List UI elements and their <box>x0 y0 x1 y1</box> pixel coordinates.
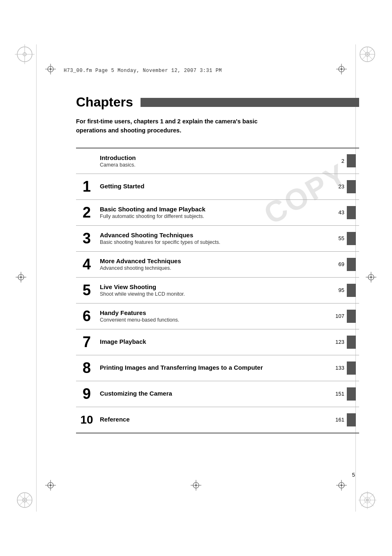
crosshair-bottom-right <box>336 480 347 492</box>
toc-row-3: 3 Advanced Shooting Techniques Basic sho… <box>76 226 359 252</box>
toc-page-5: 95 <box>330 278 359 303</box>
toc-colorblock-intro <box>347 154 356 167</box>
toc-colorblock-1 <box>347 180 356 193</box>
toc-page-4: 69 <box>330 252 359 277</box>
toc-page-8: 133 <box>330 355 359 381</box>
toc-num-2: 2 <box>76 200 97 225</box>
chapter-heading: Chapters <box>76 95 359 110</box>
toc-desc-6: Convenient menu-based functions. <box>100 317 325 323</box>
toc-row-5: 5 Live View Shooting Shoot while viewing… <box>76 278 359 303</box>
toc-content-intro: Introduction Camera basics. <box>97 148 330 174</box>
toc-content-3: Advanced Shooting Techniques Basic shoot… <box>97 226 330 251</box>
toc-page-intro: 2 <box>330 148 359 174</box>
crosshair-mid-right <box>366 272 376 284</box>
page: H73_00.fm Page 5 Monday, November 12, 20… <box>0 0 392 556</box>
toc-content-9: Customizing the Camera <box>97 381 330 407</box>
toc-row-intro: Introduction Camera basics. 2 <box>76 148 359 174</box>
reg-mark-br <box>357 490 377 512</box>
toc-page-6: 107 <box>330 303 359 329</box>
toc-num-1: 1 <box>76 174 97 199</box>
reg-mark-bl <box>15 490 35 512</box>
toc-page-3: 55 <box>330 226 359 251</box>
toc-title-5: Live View Shooting <box>100 283 325 290</box>
toc-title-10: Reference <box>100 416 325 423</box>
toc-pagenum-9: 151 <box>333 391 344 397</box>
toc-pagenum-8: 133 <box>333 365 344 371</box>
toc-colorblock-8 <box>347 361 356 375</box>
toc-desc-2: Fully automatic shooting for different s… <box>100 213 325 219</box>
crosshair-mid-left <box>16 272 26 284</box>
toc-pagenum-10: 161 <box>333 417 344 423</box>
toc-content-5: Live View Shooting Shoot while viewing t… <box>97 278 330 303</box>
toc-colorblock-4 <box>347 258 356 271</box>
toc-desc-4: Advanced shooting techniques. <box>100 265 325 271</box>
toc-page-10: 161 <box>330 407 359 433</box>
toc-num-5: 5 <box>76 278 97 303</box>
table-of-contents: Introduction Camera basics. 2 1 Getting … <box>76 148 359 433</box>
heading-bar <box>141 98 359 107</box>
toc-row-10: 10 Reference 161 <box>76 407 359 433</box>
toc-row-1: 1 Getting Started 23 <box>76 174 359 200</box>
toc-row-4: 4 More Advanced Techniques Advanced shoo… <box>76 252 359 278</box>
toc-num-3: 3 <box>76 226 97 251</box>
toc-desc-intro: Camera basics. <box>100 162 325 168</box>
toc-colorblock-6 <box>347 310 356 323</box>
toc-page-9: 151 <box>330 381 359 407</box>
toc-num-6: 6 <box>76 303 97 329</box>
subtitle: For first-time users, chapters 1 and 2 e… <box>76 117 359 135</box>
crosshair-top-right <box>336 64 347 76</box>
toc-content-7: Image Playback <box>97 329 330 355</box>
toc-pagenum-5: 95 <box>333 287 344 293</box>
toc-title-3: Advanced Shooting Techniques <box>100 232 325 239</box>
toc-colorblock-7 <box>347 336 356 349</box>
toc-pagenum-7: 123 <box>333 339 344 345</box>
toc-content-1: Getting Started <box>97 174 330 199</box>
toc-title-6: Handy Features <box>100 309 325 316</box>
toc-pagenum-2: 43 <box>333 209 344 215</box>
toc-title-9: Customizing the Camera <box>100 390 325 397</box>
border-line-left <box>36 44 37 512</box>
toc-title-intro: Introduction <box>100 154 325 161</box>
toc-content-4: More Advanced Techniques Advanced shooti… <box>97 252 330 277</box>
toc-colorblock-5 <box>347 284 356 297</box>
toc-num-7: 7 <box>76 329 97 355</box>
toc-title-4: More Advanced Techniques <box>100 257 325 264</box>
toc-pagenum-3: 55 <box>333 235 344 241</box>
toc-title-1: Getting Started <box>100 183 325 190</box>
toc-pagenum-1: 23 <box>333 183 344 190</box>
main-content: Chapters For first-time users, chapters … <box>76 95 359 433</box>
toc-pagenum-intro: 2 <box>333 158 344 164</box>
crosshair-bottom-left <box>45 480 56 492</box>
toc-row-9: 9 Customizing the Camera 151 <box>76 381 359 407</box>
toc-content-6: Handy Features Convenient menu-based fun… <box>97 303 330 329</box>
toc-colorblock-3 <box>347 232 356 245</box>
toc-row-2: 2 Basic Shooting and Image Playback Full… <box>76 200 359 226</box>
toc-title-2: Basic Shooting and Image Playback <box>100 206 325 213</box>
crosshair-top-left <box>45 64 56 76</box>
toc-row-8: 8 Printing Images and Transferring Image… <box>76 355 359 381</box>
toc-pagenum-4: 69 <box>333 261 344 267</box>
toc-content-8: Printing Images and Transferring Images … <box>97 355 330 381</box>
toc-colorblock-2 <box>347 206 356 219</box>
page-title: Chapters <box>76 95 133 110</box>
toc-title-8: Printing Images and Transferring Images … <box>100 364 325 371</box>
toc-colorblock-9 <box>347 387 356 401</box>
toc-content-2: Basic Shooting and Image Playback Fully … <box>97 200 330 225</box>
toc-num-10: 10 <box>76 407 97 433</box>
toc-row-6: 6 Handy Features Convenient menu-based f… <box>76 303 359 329</box>
toc-num-8: 8 <box>76 355 97 381</box>
reg-mark-tr <box>357 44 377 66</box>
toc-desc-3: Basic shooting features for specific typ… <box>100 239 325 245</box>
toc-desc-5: Shoot while viewing the LCD monitor. <box>100 291 325 297</box>
toc-colorblock-10 <box>347 413 356 426</box>
toc-num-intro <box>76 148 97 174</box>
page-number: 5 <box>352 472 355 478</box>
toc-page-7: 123 <box>330 329 359 355</box>
toc-num-4: 4 <box>76 252 97 277</box>
toc-row-7: 7 Image Playback 123 <box>76 329 359 355</box>
toc-content-10: Reference <box>97 407 330 433</box>
file-info: H73_00.fm Page 5 Monday, November 12, 20… <box>64 68 222 74</box>
toc-pagenum-6: 107 <box>333 313 344 319</box>
toc-num-9: 9 <box>76 381 97 407</box>
crosshair-bottom-center <box>191 480 201 492</box>
